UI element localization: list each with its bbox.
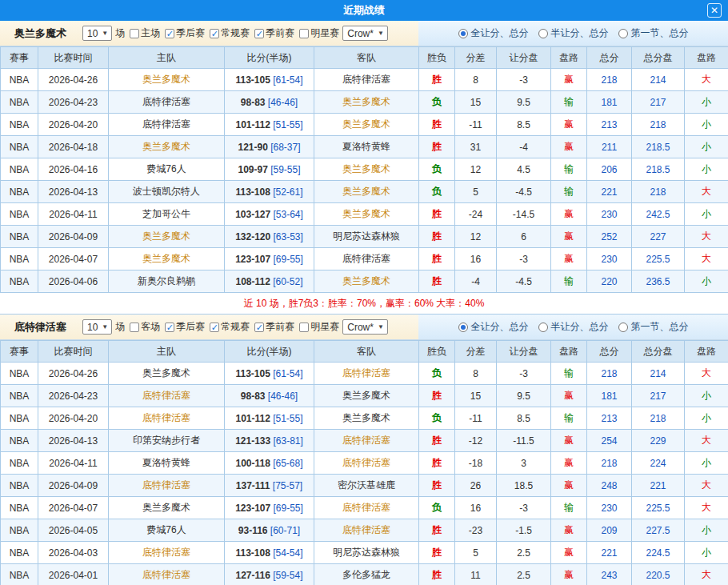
checkbox-icon[interactable]: ✓ (165, 29, 174, 38)
handicap-result-cell: 赢 (551, 114, 587, 136)
score-cell: 113-105 [61-54] (225, 69, 314, 91)
games-count-select[interactable]: 10▼ (82, 26, 112, 41)
filter-checkbox-4[interactable]: 明星赛 (299, 320, 339, 334)
checkbox-icon[interactable]: ✓ (210, 323, 219, 332)
league-cell: NBA (1, 564, 38, 585)
total-points-cell: 181 (587, 91, 632, 114)
filter-checkbox-2[interactable]: ✓常规赛 (210, 320, 250, 334)
filter-checkbox-0[interactable]: 主场 (130, 26, 160, 40)
away-team-cell: 底特律活塞 (314, 363, 419, 385)
column-header: 盘路 (551, 47, 587, 69)
filter-checkbox-0[interactable]: 客场 (130, 320, 160, 334)
handicap-cell: 8.5 (497, 114, 551, 136)
column-header: 总分 (587, 341, 632, 363)
away-team-cell: 底特律活塞 (314, 69, 419, 91)
date-cell: 2026-04-26 (38, 363, 109, 385)
radio-icon[interactable] (618, 29, 628, 38)
checkbox-icon[interactable] (130, 323, 139, 332)
handicap-result-cell: 赢 (551, 203, 587, 226)
league-cell: NBA (1, 363, 38, 385)
league-cell: NBA (1, 91, 38, 114)
filter-checkbox-3[interactable]: ✓季前赛 (254, 320, 294, 334)
point-diff-cell: 12 (455, 158, 497, 181)
stat-mode-radio-0[interactable]: 全让分、总分 (458, 26, 529, 40)
checkbox-icon[interactable] (299, 323, 309, 332)
sections-container: 奥兰多魔术10▼场主场✓季后赛✓常规赛✓季前赛明星赛Crow*▼全让分、总分半让… (0, 21, 728, 585)
radio-icon[interactable] (538, 29, 548, 38)
stat-mode-radio-1[interactable]: 半让分、总分 (538, 320, 609, 334)
source-select[interactable]: Crow*▼ (342, 319, 388, 335)
stat-mode-radio-0[interactable]: 全让分、总分 (458, 320, 529, 334)
score-cell: 100-118 [65-68] (225, 452, 314, 475)
total-line-cell: 227 (632, 226, 685, 248)
results-table: 赛事比赛时间主队比分(半场)客队胜负分差让分盘盘路总分总分盘盘路NBA2026-… (0, 340, 728, 585)
stat-mode-radio-2[interactable]: 第一节、总分 (618, 320, 689, 334)
panel-title: 近期战绩 (343, 3, 385, 18)
game-row: NBA2026-04-18奥兰多魔术121-90 [68-37]夏洛特黄蜂胜31… (1, 136, 728, 158)
total-line-cell: 217 (632, 91, 685, 114)
close-icon[interactable]: ✕ (707, 3, 722, 18)
filter-checkbox-2[interactable]: ✓常规赛 (210, 26, 250, 40)
radio-icon[interactable] (458, 29, 468, 38)
win-loss-cell: 胜 (419, 519, 455, 542)
game-row: NBA2026-04-09底特律活塞137-111 [75-57]密尔沃基雄鹿胜… (1, 475, 728, 497)
handicap-cell: -1.5 (497, 519, 551, 542)
column-header: 分差 (455, 47, 497, 69)
recent-results-panel: 近期战绩 ✕ 奥兰多魔术10▼场主场✓季后赛✓常规赛✓季前赛明星赛Crow*▼全… (0, 0, 728, 585)
games-suffix-label: 场 (115, 320, 125, 334)
score-cell: 123-107 [69-55] (225, 497, 314, 519)
win-loss-cell: 胜 (419, 475, 455, 497)
league-cell: NBA (1, 452, 38, 475)
game-row: NBA2026-04-06新奥尔良鹈鹕108-112 [60-52]奥兰多魔术胜… (1, 270, 728, 293)
handicap-cell: -3 (497, 363, 551, 385)
total-line-cell: 220.5 (632, 564, 685, 585)
date-cell: 2026-04-20 (38, 114, 109, 136)
half-score: [61-54] (273, 74, 302, 86)
checkbox-icon[interactable]: ✓ (254, 323, 264, 332)
final-score: 123-107 (235, 503, 270, 514)
half-score: [52-61] (273, 186, 302, 198)
column-header: 客队 (314, 47, 419, 69)
final-score: 108-112 (235, 276, 270, 287)
score-cell: 108-112 [60-52] (225, 270, 314, 293)
score-cell: 103-127 [53-64] (225, 203, 314, 226)
half-score: [59-54] (273, 570, 302, 581)
half-score: [63-81] (274, 435, 303, 447)
filter-checkbox-1[interactable]: ✓季后赛 (165, 26, 205, 40)
checkbox-icon[interactable]: ✓ (210, 29, 219, 38)
date-cell: 2026-04-11 (38, 203, 109, 226)
games-count-select[interactable]: 10▼ (82, 319, 112, 335)
total-points-cell: 213 (587, 114, 632, 136)
over-under-cell: 小 (685, 407, 728, 430)
half-score: [59-55] (270, 164, 300, 175)
chevron-down-icon: ▼ (102, 30, 108, 37)
half-score: [51-55] (273, 119, 302, 130)
stat-mode-radio-1[interactable]: 半让分、总分 (538, 26, 609, 40)
score-cell: 101-112 [51-55] (225, 407, 314, 430)
radio-icon[interactable] (458, 323, 468, 332)
source-select[interactable]: Crow*▼ (342, 26, 388, 41)
radio-icon[interactable] (538, 323, 548, 332)
checkbox-icon[interactable]: ✓ (165, 323, 174, 332)
away-team-cell: 底特律活塞 (314, 497, 419, 519)
filter-checkbox-3[interactable]: ✓季前赛 (254, 26, 294, 40)
handicap-result-cell: 赢 (551, 69, 587, 91)
date-cell: 2026-04-06 (38, 270, 109, 293)
handicap-result-cell: 赢 (551, 248, 587, 270)
checkbox-icon[interactable]: ✓ (254, 29, 264, 38)
stat-mode-radio-2[interactable]: 第一节、总分 (618, 26, 689, 40)
checkbox-icon[interactable] (130, 29, 139, 38)
over-under-cell: 大 (685, 226, 728, 248)
checkbox-icon[interactable] (299, 29, 309, 38)
source-value: Crow* (347, 28, 374, 39)
final-score: 113-108 (235, 186, 270, 198)
league-cell: NBA (1, 203, 38, 226)
half-score: [46-46] (268, 97, 298, 108)
handicap-result-cell: 输 (551, 497, 587, 519)
league-cell: NBA (1, 407, 38, 430)
filter-checkbox-1[interactable]: ✓季后赛 (165, 320, 205, 334)
filter-checkbox-4[interactable]: 明星赛 (299, 26, 339, 40)
final-score: 101-112 (235, 413, 270, 424)
radio-icon[interactable] (618, 323, 628, 332)
checkbox-label: 季前赛 (266, 320, 294, 334)
